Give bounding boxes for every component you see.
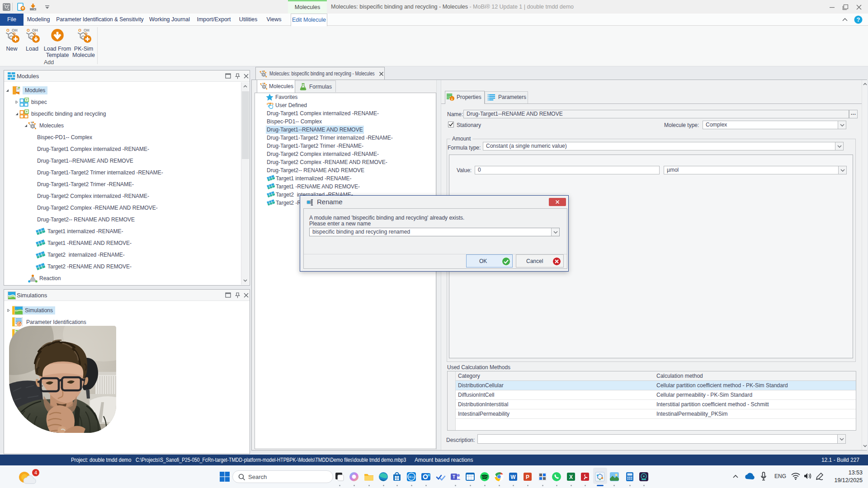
svg-text:?: ? <box>857 16 860 23</box>
svg-text:O: O <box>6 28 9 33</box>
svg-text:P: P <box>526 474 529 480</box>
svg-text:O: O <box>27 28 30 33</box>
svg-text:O: O <box>78 28 81 33</box>
svg-text:4: 4 <box>34 470 37 475</box>
svg-text:W: W <box>510 474 516 480</box>
svg-text:T: T <box>453 474 455 479</box>
svg-text:DELL: DELL <box>408 475 415 479</box>
svg-text:X: X <box>569 474 573 480</box>
